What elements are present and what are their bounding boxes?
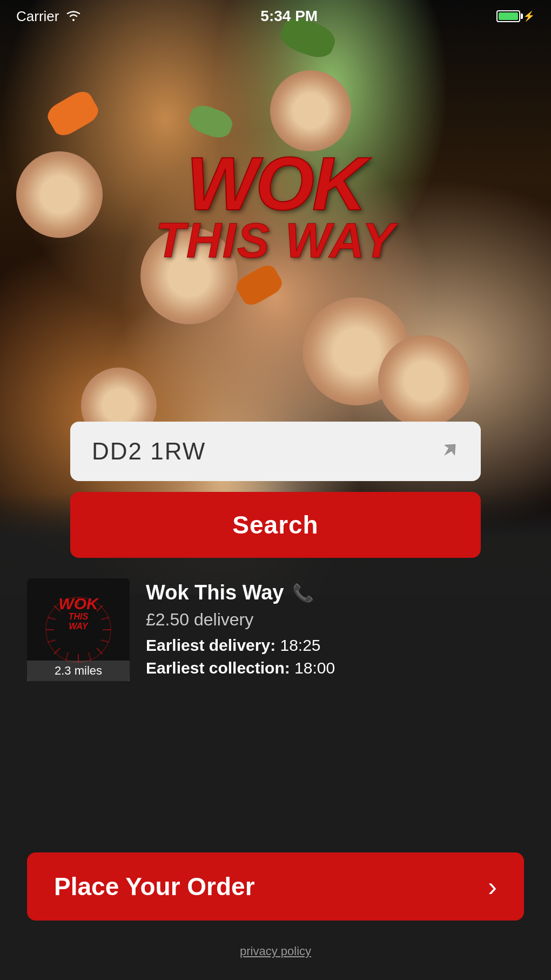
place-order-label: Place Your Order — [54, 872, 255, 901]
brand-this-way: THIS WAY — [156, 216, 395, 265]
chevron-right-icon: › — [488, 871, 497, 902]
earliest-delivery-time: 18:25 — [280, 636, 320, 654]
battery-fill — [499, 12, 518, 20]
restaurant-name: Wok This Way — [146, 581, 284, 604]
brand-wok: WOK — [156, 146, 395, 222]
svg-line-13 — [89, 652, 91, 661]
earliest-delivery-label: Earliest delivery: — [146, 636, 276, 654]
location-arrow-icon — [440, 441, 459, 462]
earliest-collection-label: Earliest collection: — [146, 659, 290, 677]
earliest-delivery-row: Earliest delivery: 18:25 — [146, 636, 524, 655]
svg-line-15 — [48, 640, 56, 642]
status-right: ⚡ — [496, 10, 535, 22]
battery-icon — [496, 10, 520, 22]
food-decoration — [270, 70, 351, 151]
food-decoration — [378, 335, 470, 427]
restaurant-name-row: Wok This Way 📞 — [146, 581, 524, 604]
brand-title: WOK THIS WAY — [156, 146, 395, 265]
earliest-collection-row: Earliest collection: 18:00 — [146, 659, 524, 677]
search-area[interactable]: DD2 1RW Search — [70, 422, 481, 558]
status-time: 5:34 PM — [260, 8, 318, 25]
privacy-policy-link[interactable]: privacy policy — [240, 944, 311, 958]
svg-line-12 — [66, 652, 68, 661]
delivery-fee: £2.50 delivery — [146, 610, 524, 630]
place-order-area[interactable]: Place Your Order › — [27, 852, 524, 921]
place-order-button[interactable]: Place Your Order › — [27, 852, 524, 921]
logo-wok-text: WOK — [58, 595, 98, 613]
privacy-policy: privacy policy — [240, 944, 311, 958]
restaurant-logo-wrapper: WOK THIS WAY 2.3 miles — [27, 578, 130, 681]
carrier-label: Carrier — [16, 8, 59, 25]
search-button[interactable]: Search — [70, 492, 481, 558]
distance-badge: 2.3 miles — [27, 661, 130, 681]
food-decoration — [16, 151, 103, 238]
phone-icon[interactable]: 📞 — [292, 583, 314, 603]
wifi-icon — [65, 8, 82, 25]
postcode-input[interactable]: DD2 1RW — [92, 438, 206, 465]
svg-line-17 — [101, 640, 109, 642]
restaurant-info: Wok This Way 📞 £2.50 delivery Earliest d… — [146, 578, 524, 682]
bolt-icon: ⚡ — [523, 10, 535, 22]
battery-container: ⚡ — [496, 10, 535, 22]
earliest-collection-time: 18:00 — [294, 659, 335, 677]
logo-way-text: WAY — [69, 622, 88, 631]
svg-line-7 — [97, 648, 103, 654]
svg-line-14 — [48, 617, 56, 619]
status-left: Carrier — [16, 8, 82, 25]
svg-line-16 — [101, 617, 109, 619]
status-bar: Carrier 5:34 PM ⚡ — [0, 0, 551, 32]
logo-this-text: THIS — [69, 612, 88, 622]
postcode-input-wrapper[interactable]: DD2 1RW — [70, 422, 481, 481]
svg-point-0 — [72, 19, 75, 21]
svg-line-9 — [54, 648, 60, 654]
restaurant-card: WOK THIS WAY 2.3 miles Wok This Way 📞 £2… — [27, 568, 524, 692]
